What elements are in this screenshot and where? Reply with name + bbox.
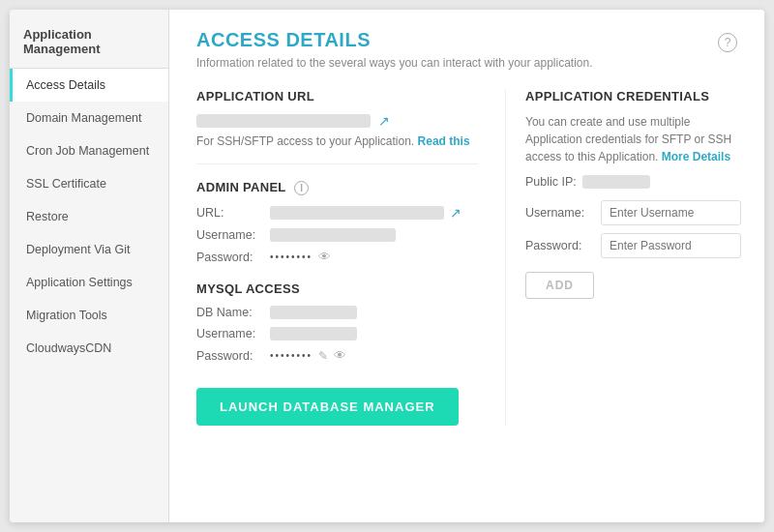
mysql-access-title: MYSQL ACCESS	[196, 281, 478, 296]
admin-username-value	[270, 228, 396, 242]
admin-username-label: Username:	[196, 228, 264, 242]
admin-username-row: Username:	[196, 228, 478, 242]
app-url-row: ↗	[196, 113, 478, 129]
sidebar-title: Application Management	[10, 17, 168, 69]
admin-url-row: URL: ↗	[196, 205, 478, 221]
page-title: ACCESS DETAILS	[196, 29, 371, 51]
sidebar-item-ssl-certificate[interactable]: SSL Certificate	[10, 167, 168, 200]
admin-password-label: Password:	[196, 251, 264, 264]
ssh-text: For SSH/SFTP access to your Application.…	[196, 134, 478, 148]
app-url-value	[196, 114, 371, 128]
cred-password-input[interactable]	[601, 233, 741, 258]
admin-panel-title: ADMIN PANEL i	[196, 180, 478, 195]
mysql-access-section: MYSQL ACCESS DB Name: Username:	[196, 281, 478, 426]
credentials-title: APPLICATION CREDENTIALS	[525, 89, 737, 103]
mysql-username-value	[270, 327, 357, 340]
admin-url-value	[270, 206, 444, 220]
page-subtitle: Information related to the several ways …	[196, 56, 737, 70]
mysql-eye-icon[interactable]: 👁	[334, 348, 346, 363]
app-credentials-section: APPLICATION CREDENTIALS You can create a…	[505, 89, 737, 426]
mysql-edit-icon[interactable]: ✎	[318, 349, 328, 363]
sidebar-item-cloudwayscdn[interactable]: CloudwaysCDN	[10, 332, 168, 365]
mysql-password-dots: ••••••••	[270, 350, 313, 361]
admin-external-link-icon[interactable]: ↗	[450, 205, 461, 221]
help-icon[interactable]: ?	[718, 33, 737, 52]
sidebar-item-application-settings[interactable]: Application Settings	[10, 266, 168, 299]
main-content: ACCESS DETAILS ? Information related to …	[169, 10, 764, 522]
cred-username-input[interactable]	[601, 200, 741, 225]
admin-eye-icon[interactable]: 👁	[318, 250, 331, 264]
sidebar-item-cron-job-management[interactable]: Cron Job Management	[10, 134, 168, 167]
cred-password-label: Password:	[525, 239, 593, 252]
application-url-section: APPLICATION URL ↗ For SSH/SFTP access to…	[196, 89, 478, 148]
more-details-link[interactable]: More Details	[662, 150, 730, 163]
mysql-dbname-value	[270, 306, 357, 319]
cred-username-row: Username:	[525, 200, 737, 225]
mysql-password-label: Password:	[196, 349, 264, 363]
admin-password-row: Password: •••••••• 👁	[196, 250, 478, 264]
read-this-link[interactable]: Read this	[418, 134, 470, 148]
admin-password-dots: ••••••••	[270, 251, 313, 262]
mysql-dbname-row: DB Name:	[196, 306, 478, 319]
add-credentials-button[interactable]: ADD	[525, 272, 594, 299]
admin-panel-section: ADMIN PANEL i URL: ↗ Username:	[196, 180, 478, 264]
mysql-password-row: Password: •••••••• ✎ 👁	[196, 348, 478, 363]
left-column: APPLICATION URL ↗ For SSH/SFTP access to…	[196, 89, 478, 426]
sidebar-item-access-details[interactable]: Access Details	[10, 69, 168, 102]
external-link-icon[interactable]: ↗	[378, 113, 390, 129]
mysql-dbname-label: DB Name:	[196, 306, 264, 319]
sidebar-item-restore[interactable]: Restore	[10, 200, 168, 233]
sidebar-item-deployment-via-git[interactable]: Deployment Via Git	[10, 233, 168, 266]
launch-database-manager-button[interactable]: LAUNCH DATABASE MANAGER	[196, 388, 459, 426]
public-ip-row: Public IP:	[525, 175, 737, 189]
credentials-description: You can create and use multiple Applicat…	[525, 113, 737, 165]
admin-panel-info-icon[interactable]: i	[294, 181, 309, 195]
mysql-username-row: Username:	[196, 327, 478, 340]
cred-password-row: Password:	[525, 233, 737, 258]
sidebar: Application Management Access Details Do…	[10, 10, 169, 522]
admin-url-label: URL:	[196, 206, 264, 220]
sidebar-item-domain-management[interactable]: Domain Management	[10, 102, 168, 134]
public-ip-label: Public IP:	[525, 175, 577, 189]
application-url-title: APPLICATION URL	[196, 89, 478, 103]
cred-username-label: Username:	[525, 206, 593, 220]
mysql-username-label: Username:	[196, 327, 264, 340]
public-ip-value	[582, 175, 650, 189]
sidebar-item-migration-tools[interactable]: Migration Tools	[10, 299, 168, 332]
